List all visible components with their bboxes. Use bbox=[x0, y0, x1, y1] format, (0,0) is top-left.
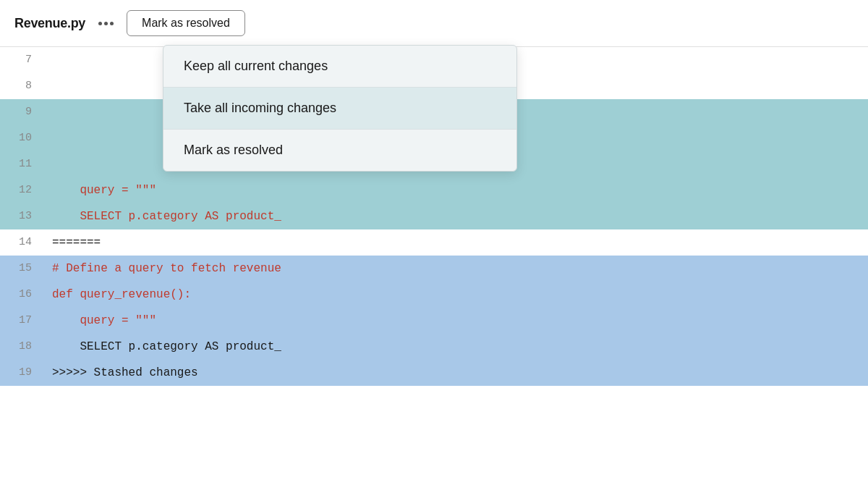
dot-1 bbox=[98, 22, 102, 25]
line-number-18: 18 bbox=[0, 334, 43, 360]
code-line-12: 12 query = """ bbox=[0, 177, 868, 203]
conflict-dropdown-menu: Keep all current changes Take all incomi… bbox=[163, 45, 517, 172]
header-bar: Revenue.py Mark as resolved Keep all cur… bbox=[0, 0, 868, 47]
line-number-12: 12 bbox=[0, 177, 43, 203]
line-content-15: # Define a query to fetch revenue bbox=[43, 256, 868, 282]
line-content-19: >>>>> Stashed changes bbox=[43, 360, 868, 386]
line-number-9: 9 bbox=[0, 99, 43, 125]
dot-2 bbox=[104, 22, 108, 25]
mark-resolved-dropdown-label: Mark as resolved bbox=[184, 143, 283, 157]
code-line-15: 15 # Define a query to fetch revenue bbox=[0, 256, 868, 282]
three-dots-menu[interactable] bbox=[94, 19, 118, 28]
line-number-13: 13 bbox=[0, 203, 43, 229]
dot-3 bbox=[110, 22, 114, 25]
take-incoming-changes-item[interactable]: Take all incoming changes bbox=[163, 88, 516, 130]
file-name: Revenue.py bbox=[14, 16, 85, 31]
code-line-17: 17 query = """ bbox=[0, 308, 868, 334]
code-line-14: 14 ======= bbox=[0, 229, 868, 256]
code-line-13: 13 SELECT p.category AS product_ bbox=[0, 203, 868, 229]
code-line-18: 18 SELECT p.category AS product_ bbox=[0, 334, 868, 360]
line-number-16: 16 bbox=[0, 282, 43, 308]
line-content-12: query = """ bbox=[43, 177, 868, 203]
line-content-18: SELECT p.category AS product_ bbox=[43, 334, 868, 360]
line-number-7: 7 bbox=[0, 47, 43, 73]
mark-as-resolved-button[interactable]: Mark as resolved bbox=[127, 10, 245, 36]
keep-current-changes-item[interactable]: Keep all current changes bbox=[163, 46, 516, 88]
line-number-19: 19 bbox=[0, 360, 43, 386]
mark-resolved-item[interactable]: Mark as resolved bbox=[163, 130, 516, 171]
line-number-11: 11 bbox=[0, 151, 43, 177]
code-line-16: 16 def query_revenue(): bbox=[0, 282, 868, 308]
line-content-13: SELECT p.category AS product_ bbox=[43, 203, 868, 229]
line-content-16: def query_revenue(): bbox=[43, 282, 868, 308]
keep-current-label: Keep all current changes bbox=[184, 59, 328, 73]
take-incoming-label: Take all incoming changes bbox=[184, 101, 336, 115]
line-content-14: ======= bbox=[43, 229, 868, 256]
line-number-15: 15 bbox=[0, 256, 43, 282]
line-number-8: 8 bbox=[0, 73, 43, 99]
line-number-10: 10 bbox=[0, 125, 43, 151]
code-line-19: 19 >>>>> Stashed changes bbox=[0, 360, 868, 386]
editor-container: Revenue.py Mark as resolved Keep all cur… bbox=[0, 0, 868, 485]
line-content-17: query = """ bbox=[43, 308, 868, 334]
line-number-17: 17 bbox=[0, 308, 43, 334]
line-number-14: 14 bbox=[0, 229, 43, 256]
